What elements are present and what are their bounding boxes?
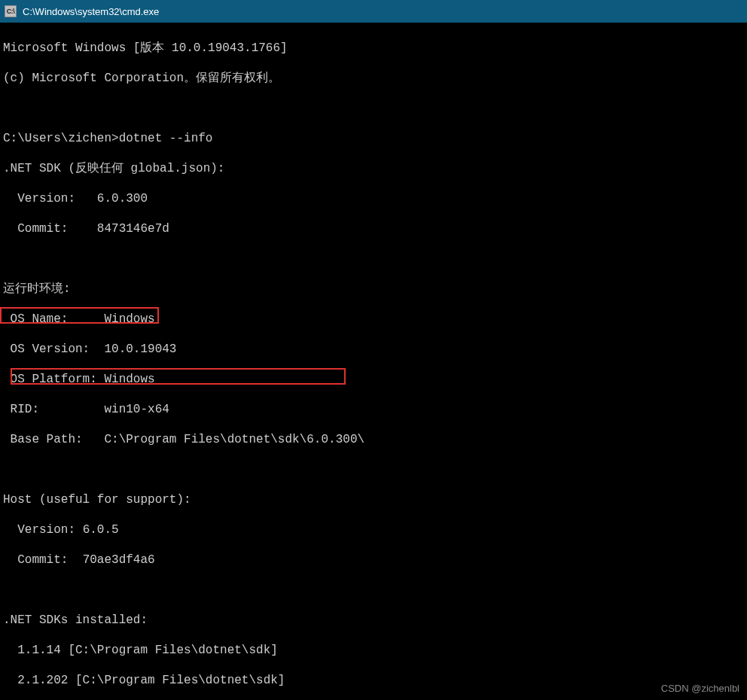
section-header: .NET SDKs installed: [3,613,744,628]
command-text: dotnet --info [119,132,213,145]
prompt-line: C:\Users\zichen>dotnet --info [3,131,744,146]
cmd-icon: C:\ [5,5,17,17]
info-line: Commit: 8473146e7d [3,221,744,236]
info-line: Version: 6.0.300 [3,191,744,206]
info-line: OS Name: Windows [3,312,744,327]
sdk-item: 2.1.202 [C:\Program Files\dotnet\sdk] [3,673,744,688]
blank-line [3,462,744,477]
titlebar[interactable]: C:\ C:\Windows\system32\cmd.exe [0,0,747,23]
info-line: Version: 6.0.5 [3,522,744,537]
banner-line: (c) Microsoft Corporation。保留所有权利。 [3,71,744,86]
terminal-area[interactable]: Microsoft Windows [版本 10.0.19043.1766] (… [0,23,747,700]
watermark: CSDN @zichenlbl [661,683,739,694]
section-header: Host (useful for support): [3,492,744,507]
blank-line [3,251,744,266]
sdk-item: 1.1.14 [C:\Program Files\dotnet\sdk] [3,643,744,658]
blank-line [3,583,744,598]
blank-line [3,101,744,116]
section-header: 运行时环境: [3,282,744,297]
info-line: Commit: 70ae3df4a6 [3,552,744,568]
window-title: C:\Windows\system32\cmd.exe [23,6,159,17]
section-header: .NET SDK (反映任何 global.json): [3,161,744,176]
info-line: RID: win10-x64 [3,402,744,417]
prompt-path: C:\Users\zichen> [3,132,119,145]
info-line: OS Version: 10.0.19043 [3,342,744,357]
banner-line: Microsoft Windows [版本 10.0.19043.1766] [3,41,744,56]
info-line: Base Path: C:\Program Files\dotnet\sdk\6… [3,432,744,447]
info-line: OS Platform: Windows [3,372,744,387]
